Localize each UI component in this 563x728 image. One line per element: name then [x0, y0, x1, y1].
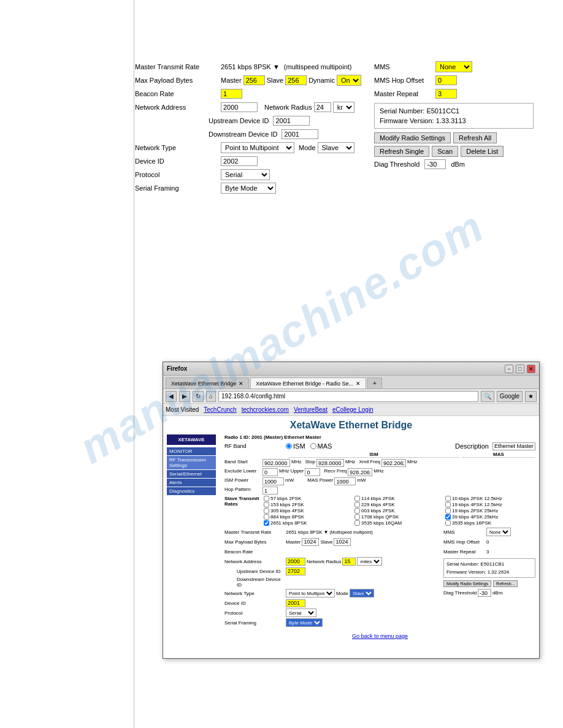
exclude-lower-input[interactable]	[262, 468, 278, 476]
refresh-all-button[interactable]: Refresh All	[453, 132, 497, 143]
tab-xetawave-main[interactable]: XetaWave Ethernet Bridge ✕	[166, 377, 249, 389]
venturebeat-bookmark[interactable]: VentureBeat	[294, 406, 327, 413]
ism-radio[interactable]	[286, 443, 292, 449]
rate-3535-16psk-cb[interactable]	[445, 520, 451, 526]
xmit-freq-input[interactable]	[381, 459, 406, 467]
hop-pattern-input[interactable]	[262, 487, 278, 495]
minimize-button[interactable]: −	[505, 365, 513, 373]
downstream-device-input[interactable]	[282, 129, 318, 139]
google-search-input[interactable]: Google	[497, 391, 523, 402]
rate-10-2fsk: 10 kbps 2FSK 12.5kHz	[445, 496, 535, 501]
rate-114-2fsk-cb[interactable]	[354, 496, 360, 501]
rate-229-cb[interactable]	[354, 502, 360, 507]
inner-master-tx-dropdown[interactable]: ▼	[324, 529, 329, 535]
tab-xetawave-radio[interactable]: XetaWave Ethernet Bridge - Radio Se... ✕	[250, 377, 366, 389]
rate-003-cb[interactable]	[354, 508, 360, 514]
band-start-input[interactable]	[262, 459, 290, 467]
mas-radio[interactable]	[310, 443, 316, 449]
back-button[interactable]: ◀	[166, 391, 177, 402]
nav-item-serial[interactable]: Serial/Ethernet	[167, 470, 216, 478]
inner-slave-payload[interactable]	[334, 538, 351, 546]
nav-item-alerts[interactable]: Alerts	[167, 479, 216, 487]
tab-plus-icon: +	[373, 380, 377, 387]
address-input[interactable]	[218, 391, 478, 402]
inner-diag-input[interactable]	[478, 589, 491, 597]
inner-net-addr-input[interactable]	[286, 558, 305, 566]
rate-19-2fsk-cb[interactable]	[445, 508, 451, 514]
rate-39-4fsk-cb[interactable]	[445, 514, 451, 520]
inner-device-id-input[interactable]	[286, 599, 305, 607]
power-hop-row: ISM Power mW MAS Power mW	[224, 477, 535, 485]
mas-power-input[interactable]	[334, 477, 356, 485]
mms-hop-input[interactable]	[435, 75, 457, 85]
refresh-single-button[interactable]: Refresh Single	[374, 146, 429, 157]
inner-serial-framing-value: Byte Mode	[286, 618, 439, 627]
delete-list-button[interactable]: Delete List	[461, 146, 504, 157]
techcrockies-bookmark[interactable]: techcrockies.com	[242, 406, 289, 413]
mms-select[interactable]: None	[435, 61, 472, 72]
maximize-button[interactable]: □	[516, 365, 524, 373]
ism-power-input[interactable]	[262, 477, 284, 485]
inner-mode-select[interactable]: Slave	[350, 589, 374, 597]
protocol-select[interactable]: Serial Ethernet	[221, 169, 270, 180]
rate-153-cb[interactable]	[264, 502, 269, 507]
search-icon[interactable]: 🔍	[481, 391, 494, 402]
serial-framing-select[interactable]: Byte Mode Frame Mode	[221, 183, 276, 194]
home-button[interactable]: ⌂	[206, 391, 216, 402]
master-repeat-input[interactable]	[435, 89, 457, 99]
inner-refresh-btn[interactable]: Refresh...	[493, 580, 518, 587]
rate-10-2fsk-cb[interactable]	[445, 496, 451, 501]
bookmark-button[interactable]: ★	[525, 391, 537, 402]
stop-mhz: MHz	[345, 459, 355, 467]
mode-select[interactable]: Slave Master	[318, 142, 354, 153]
tab-close-1[interactable]: ✕	[239, 381, 243, 387]
rate-19-4fsk-cb[interactable]	[445, 502, 451, 507]
inner-protocol-select[interactable]: Serial	[286, 609, 316, 617]
inner-modify-btn[interactable]: Modify Radio Settings	[443, 580, 491, 587]
modify-radio-settings-button[interactable]: Modify Radio Settings	[374, 132, 451, 143]
radius-unit-select[interactable]: km miles	[333, 102, 354, 113]
inner-serial-framing-select[interactable]: Byte Mode	[286, 618, 323, 627]
diag-value-input[interactable]	[424, 159, 446, 169]
dynamic-select[interactable]: On Off	[337, 75, 361, 86]
rate-884-cb[interactable]	[264, 514, 269, 520]
description-input[interactable]	[492, 442, 535, 450]
slave-payload-input[interactable]	[285, 75, 307, 85]
master-tx-rate-dropdown-icon[interactable]: ▼	[273, 63, 280, 70]
inner-radius-input[interactable]	[342, 558, 356, 566]
inner-net-type-select[interactable]: Point to Multipoint	[286, 589, 335, 597]
rate-2651-cb[interactable]	[264, 520, 269, 526]
reload-button[interactable]: ↻	[193, 391, 204, 402]
beacon-rate-input[interactable]	[221, 89, 242, 99]
inner-master-payload[interactable]	[302, 538, 319, 546]
master-payload-input[interactable]	[243, 75, 265, 85]
rate-1708-cb[interactable]	[354, 514, 360, 520]
rate-57-2fsk-cb[interactable]	[264, 496, 269, 501]
serial-box: Serial Number: E5011CC1 Firmware Version…	[374, 103, 534, 129]
nav-item-monitor[interactable]: MONITOR	[167, 447, 216, 455]
tab-close-2[interactable]: ✕	[356, 381, 361, 387]
nav-item-rf[interactable]: RF Transmission Settings	[167, 456, 216, 469]
rate-305-cb[interactable]	[264, 508, 269, 514]
stop-input[interactable]	[316, 459, 344, 467]
rate-3535-16qam-cb[interactable]	[354, 520, 360, 526]
inner-mms-select[interactable]: None	[486, 528, 511, 536]
forward-button[interactable]: ▶	[179, 391, 190, 402]
network-radius-input[interactable]	[314, 102, 331, 112]
nav-item-diagnostics[interactable]: Diagnostics	[167, 487, 216, 495]
network-address-input[interactable]	[221, 102, 258, 112]
inner-upstream-input[interactable]	[286, 567, 305, 575]
upstream-device-input[interactable]	[273, 116, 310, 126]
recv-freq-input[interactable]	[348, 468, 372, 476]
device-id-input[interactable]	[221, 156, 258, 166]
ecollege-bookmark[interactable]: eCollege Login	[332, 406, 373, 413]
inner-device-id-lbl: Device ID	[224, 601, 286, 606]
inner-radius-unit[interactable]: miles km	[357, 557, 382, 566]
go-back-link[interactable]: Go back to menu page	[224, 633, 535, 639]
upper-input[interactable]	[305, 468, 320, 476]
close-button[interactable]: ✕	[527, 365, 535, 373]
techcrunch-bookmark[interactable]: TechCrunch	[204, 406, 236, 413]
network-type-select[interactable]: Point to Multipoint Point to Point	[221, 142, 294, 153]
tab-new[interactable]: +	[367, 377, 382, 389]
scan-button[interactable]: Scan	[432, 146, 458, 157]
